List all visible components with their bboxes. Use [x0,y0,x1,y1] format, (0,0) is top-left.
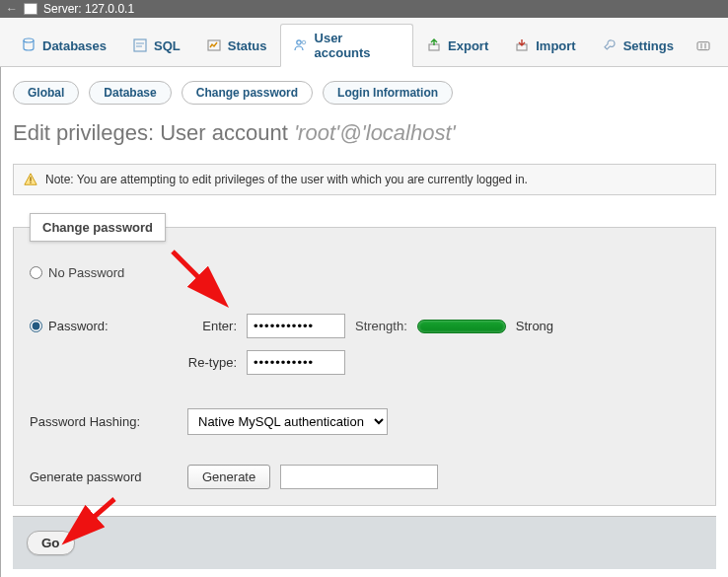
svg-point-4 [302,40,306,44]
subtab-login-information[interactable]: Login Information [323,81,453,105]
strength-meter [417,320,506,333]
notice-text: Note: You are attempting to edit privile… [45,173,528,186]
subtab-database[interactable]: Database [89,81,171,105]
hashing-select[interactable]: Native MySQL authentication [187,408,388,435]
subtab-change-password[interactable]: Change password [182,81,313,105]
tab-label: Databases [42,38,107,53]
wrench-icon [602,37,618,53]
no-password-radio[interactable] [30,266,42,279]
sql-icon [132,37,148,53]
page-content: Global Database Change password Login In… [0,67,728,577]
tab-export[interactable]: Export [413,24,501,66]
svg-point-3 [296,40,300,44]
server-topbar: ← Server: 127.0.0.1 [0,0,728,18]
database-icon [21,37,36,53]
row-password-enter: Password: Enter: Strength: Strong [30,314,699,338]
tab-user-accounts[interactable]: User accounts [280,24,414,67]
strength-label: Strength: [355,319,407,333]
row-hashing: Password Hashing: Native MySQL authentic… [30,408,699,435]
main-tabbar: Databases SQL Status User accounts Expor… [0,18,728,67]
password-radio[interactable] [30,320,42,332]
password-enter-input[interactable] [247,314,345,338]
warning-icon [24,173,37,186]
tab-status[interactable]: Status [193,24,280,66]
svg-rect-9 [30,182,31,183]
tab-label: Import [536,38,575,53]
hashing-label: Password Hashing: [30,414,178,429]
tab-more[interactable] [687,24,720,66]
password-option[interactable]: Password: [30,319,168,333]
tab-sql[interactable]: SQL [119,24,193,66]
users-icon [293,37,309,53]
password-label: Password: [48,319,109,333]
strength-value: Strong [516,319,553,333]
svg-rect-7 [697,42,709,50]
generate-label: Generate password [30,469,178,484]
row-generate: Generate password Generate [30,465,699,489]
fieldset-legend: Change password [30,213,166,242]
enter-label: Enter: [178,319,237,333]
row-no-password: No Password [30,265,699,280]
import-icon [514,37,530,53]
title-user-identifier: 'root'@'localhost' [294,120,456,145]
no-password-label: No Password [48,265,124,280]
status-icon [206,37,222,53]
svg-rect-1 [134,39,146,51]
sub-tabbar: Global Database Change password Login In… [13,81,716,105]
tab-import[interactable]: Import [501,24,588,66]
back-arrow-icon: ← [6,2,18,16]
retype-label: Re-type: [178,355,237,370]
password-retype-input[interactable] [247,350,345,375]
tab-label: Status [228,38,267,53]
generate-button[interactable]: Generate [187,465,270,489]
svg-point-0 [24,38,34,42]
svg-rect-8 [30,177,31,180]
tab-label: Settings [623,38,674,53]
more-icon [695,37,711,53]
row-password-retype: Re-type: [30,350,699,375]
title-prefix: Edit privileges: User account [13,120,294,145]
tab-label: User accounts [315,31,401,60]
server-label: Server: 127.0.0.1 [43,2,134,16]
tab-label: Export [448,38,488,53]
page-title: Edit privileges: User account 'root'@'lo… [13,120,716,146]
no-password-option[interactable]: No Password [30,265,124,280]
generated-password-input[interactable] [280,465,438,489]
go-button[interactable]: Go [27,531,75,555]
tab-settings[interactable]: Settings [589,24,687,66]
tab-label: SQL [154,38,181,53]
subtab-global[interactable]: Global [13,81,79,105]
tab-databases[interactable]: Databases [8,24,119,66]
server-icon [24,3,37,15]
change-password-fieldset: Change password No Password Password: En… [13,213,716,506]
notice-banner: Note: You are attempting to edit privile… [13,164,716,195]
export-icon [426,37,442,53]
form-footer: Go [13,516,716,569]
